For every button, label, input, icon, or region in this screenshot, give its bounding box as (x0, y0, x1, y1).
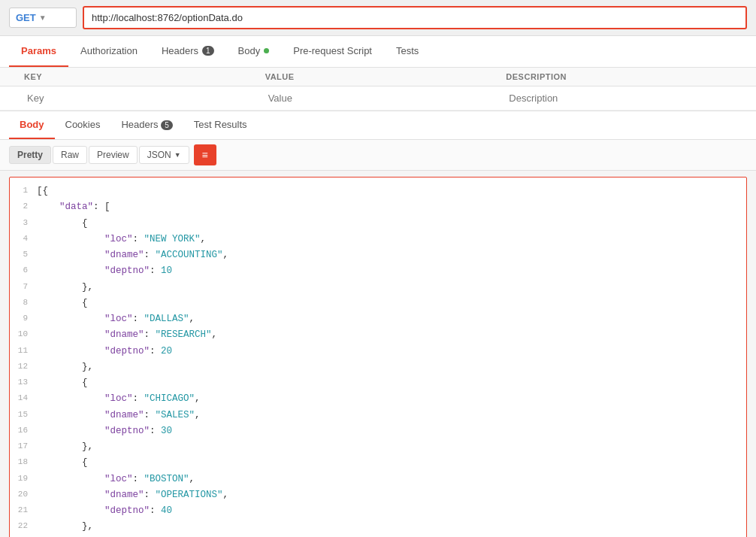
json-line: 17 }, (10, 439, 746, 455)
json-line: 16 "deptno": 30 (10, 423, 746, 439)
key-input[interactable] (24, 90, 265, 107)
line-content: }, (37, 519, 93, 535)
json-line: 15 "dname": "SALES", (10, 408, 746, 423)
request-tabs-bar: Params Authorization Headers 1 Body Pre-… (0, 36, 756, 68)
tab-tests-label: Tests (396, 45, 419, 56)
row-checkbox (9, 90, 24, 107)
line-number: 13 (16, 375, 37, 391)
line-content: "deptno": 40 (37, 503, 172, 519)
line-content: "data": [ (37, 199, 110, 215)
line-content: "dname": "RESEARCH", (37, 327, 217, 343)
raw-btn[interactable]: Raw (53, 146, 87, 164)
tab-authorization[interactable]: Authorization (68, 36, 150, 67)
line-number: 19 (16, 472, 37, 487)
json-line: 8 { (10, 296, 746, 311)
line-number: 14 (16, 391, 37, 407)
format-label: JSON (147, 150, 171, 160)
line-number: 16 (16, 423, 37, 439)
line-number: 5 (16, 247, 37, 263)
tab-headers-label: Headers (162, 45, 198, 56)
json-line: 18 { (10, 455, 746, 471)
response-headers-badge: 5 (161, 120, 173, 130)
url-input[interactable] (83, 6, 747, 29)
line-number: 10 (16, 327, 37, 343)
line-content: "loc": "BOSTON", (37, 472, 195, 487)
tab-body[interactable]: Body (226, 36, 282, 67)
value-input[interactable] (265, 90, 507, 107)
tab-body-label: Body (238, 45, 261, 56)
tab-params[interactable]: Params (9, 36, 68, 67)
json-line: 1[{ (10, 184, 746, 199)
line-content: "loc": "CHICAGO", (37, 391, 201, 407)
line-number: 17 (16, 439, 37, 455)
beautify-btn[interactable]: ≡ (194, 144, 216, 165)
line-number: 21 (16, 503, 37, 519)
json-line: 4 "loc": "NEW YORK", (10, 232, 746, 247)
json-line: 19 "loc": "BOSTON", (10, 472, 746, 487)
json-line: 2 "data": [ (10, 199, 746, 215)
line-number: 3 (16, 216, 37, 232)
line-content: "loc": "DALLAS", (37, 311, 195, 327)
response-tab-body-label: Body (20, 119, 44, 130)
response-tab-body[interactable]: Body (9, 111, 55, 139)
line-content: "dname": "SALES", (37, 408, 201, 423)
line-number: 2 (16, 199, 37, 215)
line-content: "dname": "ACCOUNTING", (37, 247, 228, 263)
desc-input[interactable] (506, 90, 747, 107)
main-container: GET ▼ Params Authorization Headers 1 Bod… (0, 0, 756, 537)
line-content: "loc": "NEW YORK", (37, 232, 206, 247)
top-bar: GET ▼ (0, 0, 756, 36)
tab-params-label: Params (21, 45, 56, 56)
line-content: { (37, 375, 88, 391)
line-number: 20 (16, 487, 37, 503)
method-chevron: ▼ (39, 14, 47, 22)
line-number: 1 (16, 184, 37, 199)
response-tab-cookies[interactable]: Cookies (55, 111, 111, 139)
tab-tests[interactable]: Tests (384, 36, 431, 67)
json-line: 6 "deptno": 10 (10, 263, 746, 279)
response-tabs-bar: Body Cookies Headers 5 Test Results (0, 111, 756, 140)
line-content: { (37, 455, 88, 471)
line-content: }, (37, 280, 93, 296)
json-line: 22 }, (10, 519, 746, 535)
method-select[interactable]: GET ▼ (9, 8, 77, 28)
line-content: { (37, 296, 88, 311)
json-line: 3 { (10, 216, 746, 232)
json-line: 20 "dname": "OPERATIONS", (10, 487, 746, 503)
json-line: 7 }, (10, 280, 746, 296)
json-line: 13 { (10, 375, 746, 391)
line-number: 22 (16, 519, 37, 535)
line-number: 11 (16, 344, 37, 360)
format-dropdown[interactable]: JSON ▼ (139, 146, 189, 164)
response-tab-testresults-label: Test Results (194, 119, 247, 130)
params-header: KEY VALUE DESCRIPTION (0, 68, 756, 86)
desc-col-header: DESCRIPTION (506, 72, 747, 81)
line-content: "dname": "OPERATIONS", (37, 487, 228, 503)
response-tab-headers[interactable]: Headers 5 (110, 111, 183, 139)
pretty-btn[interactable]: Pretty (9, 146, 51, 164)
line-number: 7 (16, 280, 37, 296)
line-number: 6 (16, 263, 37, 279)
line-number: 18 (16, 455, 37, 471)
json-line: 9 "loc": "DALLAS", (10, 311, 746, 327)
response-tab-testresults[interactable]: Test Results (183, 111, 258, 139)
response-toolbar: Pretty Raw Preview JSON ▼ ≡ (0, 140, 756, 171)
json-line: 11 "deptno": 20 (10, 344, 746, 360)
tab-headers-badge: 1 (202, 46, 214, 56)
tab-prerequest[interactable]: Pre-request Script (281, 36, 384, 67)
line-number: 9 (16, 311, 37, 327)
line-content: }, (37, 360, 93, 375)
line-number: 12 (16, 360, 37, 375)
json-line: 10 "dname": "RESEARCH", (10, 327, 746, 343)
json-line: 21 "deptno": 40 (10, 503, 746, 519)
params-row (0, 86, 756, 111)
json-viewer: 1[{2 "data": [3 {4 "loc": "NEW YORK",5 "… (9, 177, 747, 537)
tab-prerequest-label: Pre-request Script (293, 45, 372, 56)
params-table: KEY VALUE DESCRIPTION (0, 68, 756, 111)
preview-btn[interactable]: Preview (89, 146, 138, 164)
response-tab-headers-label: Headers (121, 119, 158, 130)
tab-authorization-label: Authorization (80, 45, 138, 56)
tab-headers[interactable]: Headers 1 (150, 36, 226, 67)
line-content: "deptno": 30 (37, 423, 172, 439)
value-col-header: VALUE (265, 72, 507, 81)
